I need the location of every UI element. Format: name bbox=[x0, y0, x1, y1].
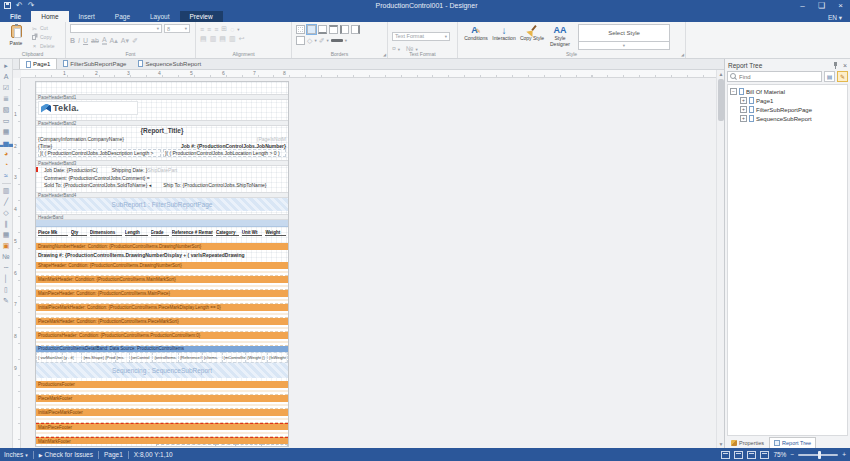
redo-icon[interactable]: ↷ bbox=[28, 2, 35, 10]
border-bottom-icon[interactable] bbox=[318, 25, 327, 34]
align-left-icon[interactable]: ≡ bbox=[200, 26, 204, 33]
cut-button[interactable]: ✂Cut bbox=[31, 24, 54, 32]
save-icon[interactable] bbox=[4, 2, 11, 9]
tree-node-filtersubreportpage[interactable]: + FilterSubReportPage bbox=[730, 105, 847, 114]
view-split-icon[interactable] bbox=[760, 451, 769, 459]
grow-font-button[interactable]: A▴ bbox=[110, 37, 118, 45]
justify-icon[interactable]: ▥ bbox=[229, 35, 236, 43]
detail-cell[interactable]: {ms. bbox=[116, 352, 130, 363]
interaction-button[interactable]: ↓ Interaction bbox=[490, 24, 518, 42]
view-layout-icon[interactable] bbox=[734, 451, 743, 459]
style-designer-button[interactable]: AA Style Designer bbox=[546, 24, 574, 47]
detail-cell[interactable]: { varMainUse( bbox=[36, 352, 63, 363]
toolbox-pivot-grid-icon[interactable]: ▦ bbox=[1, 230, 12, 240]
productions-footer-row[interactable] bbox=[36, 388, 288, 395]
toolbox-page-break-icon[interactable]: ┄ bbox=[1, 263, 12, 273]
ship-to-field[interactable]: Ship To: {ProductionControlJobs.ShipToNa… bbox=[163, 182, 266, 188]
toolbox-check-box-icon[interactable]: ☑ bbox=[1, 83, 12, 93]
toolbox-panel-icon[interactable]: ▭ bbox=[1, 116, 12, 126]
toolbox-sub-report-icon[interactable]: ▣ bbox=[1, 241, 12, 251]
sequencing-subreport-placeholder[interactable]: Sequencing : SequenceSubReport bbox=[36, 363, 288, 378]
detail-cell[interactable]: {mControlIte bbox=[223, 352, 247, 363]
align-center-icon[interactable]: ≡ bbox=[207, 26, 211, 33]
border-all-icon[interactable] bbox=[307, 25, 316, 34]
font-color-button[interactable]: A bbox=[102, 36, 107, 45]
vertical-scrollbar[interactable]: ▲ ▼ bbox=[716, 70, 724, 448]
font-name-combo[interactable]: ▾ bbox=[70, 24, 162, 33]
time-field[interactable]: {Time} bbox=[38, 143, 181, 149]
detail-cell[interactable]: {IsWeight } bbox=[268, 352, 288, 363]
detail-cell[interactable]: {ontrolItems. bbox=[153, 352, 179, 363]
border-none-icon[interactable] bbox=[296, 25, 305, 34]
expand-icon[interactable]: + bbox=[740, 97, 747, 104]
text-rotate-icon[interactable]: ◌ bbox=[230, 26, 234, 33]
band-drawingnumberheader[interactable]: DrawingNumberHeader: Condition: {Product… bbox=[36, 243, 288, 250]
job-date-field[interactable]: Job Date: {ProductionC( bbox=[38, 167, 98, 173]
style-gallery-dropdown[interactable]: ▾ bbox=[578, 42, 670, 50]
tab-insert[interactable]: Insert bbox=[69, 11, 105, 22]
font-size-combo[interactable]: 8▾ bbox=[164, 24, 190, 33]
detail-cell[interactable]: {Weight {} bbox=[246, 352, 268, 363]
toolbox-table-icon[interactable]: ▦ bbox=[1, 127, 12, 137]
column-header[interactable]: Piece Mk bbox=[38, 230, 68, 236]
tab-report-tree[interactable]: Report Tree bbox=[769, 437, 816, 448]
shipping-date-field[interactable]: Shipping Date: } bbox=[112, 167, 148, 173]
align-top-icon[interactable]: ▤ bbox=[200, 35, 207, 43]
tekla-logo[interactable]: Tekla. bbox=[38, 101, 138, 115]
check-for-issues-button[interactable]: ▶Check for Issues bbox=[39, 451, 93, 458]
border-right-icon[interactable] bbox=[351, 25, 360, 34]
band-mainpiecefooter[interactable]: MainPieceFooter bbox=[36, 423, 288, 430]
tab-preview[interactable]: Preview bbox=[180, 11, 223, 22]
tab-properties[interactable]: Properties bbox=[727, 437, 768, 448]
bold-button[interactable]: B bbox=[70, 37, 75, 44]
band-shapeheader[interactable]: ShapeHeader: Condition: {ProductionContr… bbox=[36, 262, 288, 269]
doc-tab-filtersubreportpage[interactable]: FilterSubReportPage bbox=[57, 58, 132, 69]
align-middle-icon[interactable]: ▥ bbox=[210, 35, 217, 43]
tree-node-root[interactable]: − Bill Of Material bbox=[730, 87, 847, 96]
detail-cell[interactable]: {y - if( bbox=[63, 352, 83, 363]
toolbox-label-icon[interactable]: A bbox=[1, 72, 12, 82]
units-selector[interactable]: Inches▾ bbox=[4, 451, 28, 458]
band-piecemarkheader[interactable]: PieceMarkHeader: Condition: {ProductionC… bbox=[36, 318, 288, 325]
text-format-combo[interactable]: Text Format▾ bbox=[392, 32, 450, 41]
mainpiece-header-row[interactable] bbox=[36, 297, 288, 304]
initialpiecemark-header-row[interactable] bbox=[36, 311, 288, 318]
underline-button[interactable]: U bbox=[83, 37, 88, 44]
job-location-field[interactable]: ]( ( ProductionControlJobs.JobLocation L… bbox=[163, 149, 286, 157]
zoom-slider[interactable] bbox=[798, 454, 838, 456]
paste-button[interactable]: Paste bbox=[4, 24, 28, 50]
line-style-icon[interactable] bbox=[331, 39, 343, 42]
subreport1-placeholder[interactable]: SubReport1 : FilterSubReportPage bbox=[36, 198, 288, 211]
productions-header-row[interactable] bbox=[36, 339, 288, 346]
doc-tab-sequencesubreport[interactable]: SequenceSubReport bbox=[132, 58, 207, 69]
align-bottom-icon[interactable]: ▤ bbox=[219, 35, 226, 43]
header-band-fill[interactable] bbox=[36, 220, 288, 227]
sold-to-field[interactable]: Sold To: {ProductionControlJobs.SoldToNa… bbox=[38, 182, 151, 188]
collapse-icon[interactable]: − bbox=[730, 88, 737, 95]
close-button[interactable]: × bbox=[831, 0, 850, 11]
strikethrough-button[interactable]: ab bbox=[91, 37, 99, 44]
toolbox-pointer-icon[interactable]: ▸ bbox=[1, 61, 12, 71]
band-label-pageheaderband1[interactable]: PageHeaderBand1 bbox=[36, 94, 288, 100]
align-right-icon[interactable]: ≡ bbox=[214, 26, 218, 33]
toolbox-cross-band-line-icon[interactable]: │ bbox=[1, 274, 12, 284]
detail-cell[interactable]: {onControl bbox=[130, 352, 154, 363]
zoom-slider-thumb[interactable] bbox=[818, 451, 821, 459]
tab-page[interactable]: Page bbox=[105, 11, 140, 22]
toolbox-page-info-icon[interactable]: № bbox=[1, 252, 12, 262]
column-header[interactable]: Unit Wt bbox=[242, 230, 263, 236]
toolbox-chart-icon[interactable]: ▂▅▃ bbox=[1, 138, 12, 148]
border-top-icon[interactable] bbox=[329, 25, 338, 34]
column-header[interactable]: Qty bbox=[71, 230, 87, 236]
unit-wt-label[interactable]: Unit Wt bbox=[216, 444, 236, 447]
detail-cell[interactable]: {ms.Shape} {ProductionC bbox=[82, 352, 115, 363]
shrink-font-button[interactable]: A▾ bbox=[121, 37, 129, 45]
view-preview-icon[interactable] bbox=[747, 451, 756, 459]
copy-button[interactable]: Copy bbox=[31, 33, 54, 41]
tab-file[interactable]: File bbox=[0, 11, 31, 22]
tree-node-page1[interactable]: + Page1 bbox=[730, 96, 847, 105]
toolbox-rich-text-icon[interactable]: ≣ bbox=[1, 94, 12, 104]
column-header[interactable]: Dimensions bbox=[90, 230, 122, 236]
toolbox-gauge-icon[interactable]: ◔ bbox=[1, 160, 12, 170]
column-header[interactable]: Grade bbox=[151, 230, 169, 236]
